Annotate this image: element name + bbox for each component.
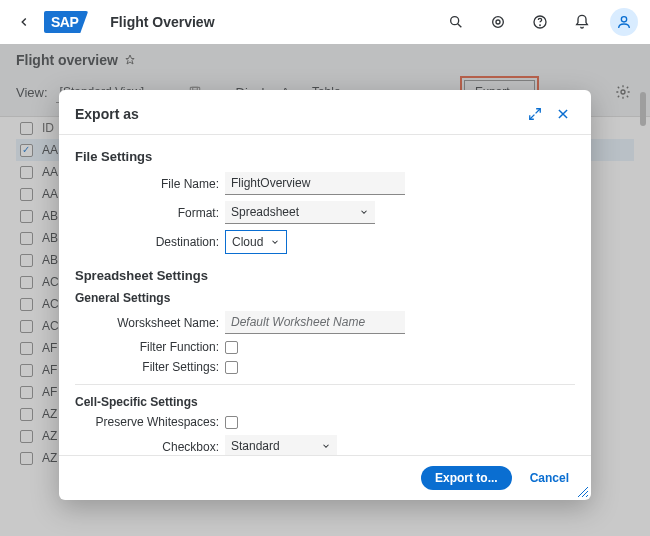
checkbox-mode-select[interactable]: Standard — [225, 435, 337, 455]
dialog-title: Export as — [75, 106, 519, 122]
spreadsheet-settings-heading: Spreadsheet Settings — [75, 268, 575, 283]
svg-point-2 — [493, 17, 504, 28]
worksheet-name-label: Worsksheet Name: — [75, 316, 225, 330]
filter-function-label: Filter Function: — [75, 340, 225, 354]
svg-line-11 — [530, 115, 535, 120]
file-settings-heading: File Settings — [75, 149, 575, 164]
notifications-button[interactable] — [568, 8, 596, 36]
cell-specific-settings-heading: Cell-Specific Settings — [75, 395, 575, 409]
header-actions — [442, 8, 638, 36]
file-name-value: FlightOverview — [231, 176, 310, 190]
cancel-button[interactable]: Cancel — [524, 470, 575, 486]
format-label: Format: — [75, 206, 225, 220]
fullscreen-button[interactable] — [523, 102, 547, 126]
dialog-header: Export as — [59, 90, 591, 135]
svg-line-10 — [536, 109, 541, 114]
checkbox-mode-label: Checkbox: — [75, 440, 225, 454]
close-icon — [556, 107, 570, 121]
copilot-icon — [490, 14, 506, 30]
dialog-footer: Export to... Cancel — [59, 455, 591, 500]
copilot-button[interactable] — [484, 8, 512, 36]
filter-settings-checkbox[interactable] — [225, 361, 238, 374]
modal-overlay: Export as File Settings File Name: Fligh… — [0, 44, 650, 536]
preserve-whitespaces-checkbox[interactable] — [225, 416, 238, 429]
filter-function-checkbox[interactable] — [225, 341, 238, 354]
close-button[interactable] — [551, 102, 575, 126]
export-to-button[interactable]: Export to... — [421, 466, 512, 490]
file-name-input[interactable]: FlightOverview — [225, 172, 405, 195]
filter-settings-label: Filter Settings: — [75, 360, 225, 374]
worksheet-name-input[interactable]: Default Worksheet Name — [225, 311, 405, 334]
dialog-body: File Settings File Name: FlightOverview … — [59, 135, 591, 455]
preserve-whitespaces-label: Preserve Whitespaces: — [75, 415, 225, 429]
search-icon — [448, 14, 464, 30]
checkbox-mode-value: Standard — [231, 439, 280, 453]
worksheet-name-placeholder: Default Worksheet Name — [231, 315, 365, 329]
chevron-down-icon — [321, 441, 331, 451]
sap-logo: SAP — [44, 11, 88, 33]
resize-handle[interactable] — [577, 486, 589, 498]
help-icon — [532, 14, 548, 30]
chevron-down-icon — [270, 237, 280, 247]
svg-point-3 — [496, 20, 500, 24]
general-settings-heading: General Settings — [75, 291, 575, 305]
destination-label: Destination: — [75, 235, 225, 249]
shell-header: SAP Flight Overview — [0, 0, 650, 44]
svg-line-1 — [458, 24, 462, 28]
format-value: Spreadsheet — [231, 205, 299, 219]
bell-icon — [574, 14, 590, 30]
back-button[interactable] — [12, 10, 36, 34]
chevron-down-icon — [359, 207, 369, 217]
help-button[interactable] — [526, 8, 554, 36]
search-button[interactable] — [442, 8, 470, 36]
chevron-left-icon — [17, 15, 31, 29]
page-title: Flight Overview — [110, 14, 214, 30]
fullscreen-icon — [528, 107, 542, 121]
destination-select[interactable]: Cloud — [225, 230, 287, 254]
file-name-label: File Name: — [75, 177, 225, 191]
section-divider — [75, 384, 575, 385]
svg-point-0 — [451, 17, 459, 25]
person-icon — [616, 14, 632, 30]
format-select[interactable]: Spreadsheet — [225, 201, 375, 224]
svg-point-5 — [540, 25, 541, 26]
export-dialog: Export as File Settings File Name: Fligh… — [59, 90, 591, 500]
user-avatar[interactable] — [610, 8, 638, 36]
destination-value: Cloud — [232, 235, 263, 249]
svg-point-6 — [621, 17, 626, 22]
